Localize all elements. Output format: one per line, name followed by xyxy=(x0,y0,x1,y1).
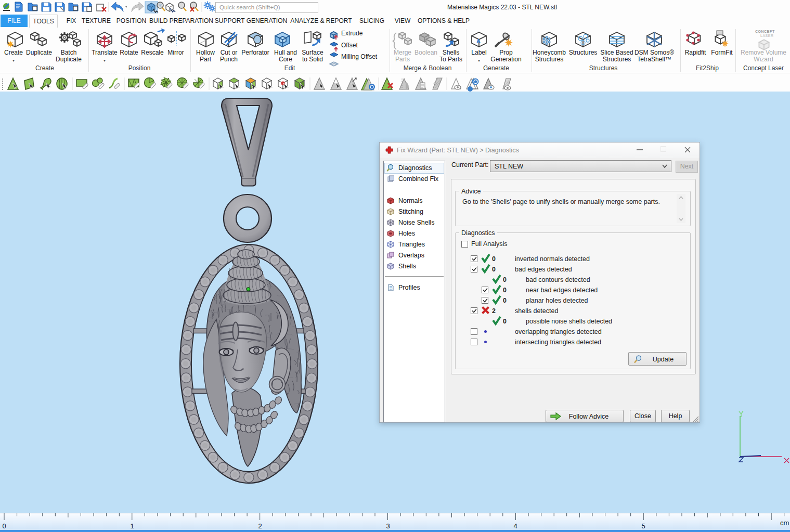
svg-text:0: 0 xyxy=(2,522,6,530)
svg-text:2: 2 xyxy=(258,522,262,530)
svg-text:5: 5 xyxy=(641,522,645,530)
svg-text:1: 1 xyxy=(130,522,134,530)
svg-text:cm: cm xyxy=(780,519,789,527)
svg-text:4: 4 xyxy=(513,522,517,530)
svg-text:3: 3 xyxy=(386,522,390,530)
